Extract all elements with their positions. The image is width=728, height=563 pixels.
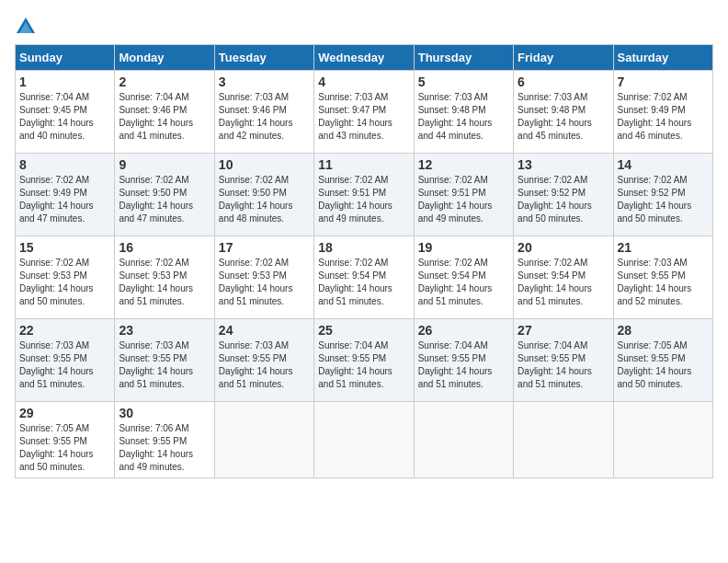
day-cell: 23Sunrise: 7:03 AMSunset: 9:55 PMDayligh… bbox=[115, 319, 214, 402]
day-cell: 2Sunrise: 7:04 AMSunset: 9:46 PMDaylight… bbox=[115, 71, 214, 154]
day-cell: 15Sunrise: 7:02 AMSunset: 9:53 PMDayligh… bbox=[16, 236, 115, 319]
day-number: 13 bbox=[518, 157, 609, 172]
day-cell bbox=[514, 402, 613, 478]
day-info: Sunrise: 7:03 AMSunset: 9:55 PMDaylight:… bbox=[19, 339, 110, 391]
header-cell-monday: Monday bbox=[115, 45, 214, 71]
day-cell: 11Sunrise: 7:02 AMSunset: 9:51 PMDayligh… bbox=[314, 154, 414, 236]
header-cell-friday: Friday bbox=[514, 45, 613, 71]
day-number: 27 bbox=[518, 323, 609, 338]
day-cell: 28Sunrise: 7:05 AMSunset: 9:55 PMDayligh… bbox=[613, 319, 712, 402]
header-cell-thursday: Thursday bbox=[414, 45, 513, 71]
day-info: Sunrise: 7:02 AMSunset: 9:50 PMDaylight:… bbox=[119, 174, 210, 225]
day-cell: 4Sunrise: 7:03 AMSunset: 9:47 PMDaylight… bbox=[314, 71, 414, 154]
day-number: 25 bbox=[318, 323, 409, 338]
header bbox=[15, 15, 713, 37]
day-info: Sunrise: 7:06 AMSunset: 9:55 PMDaylight:… bbox=[119, 422, 210, 474]
day-cell: 14Sunrise: 7:02 AMSunset: 9:52 PMDayligh… bbox=[613, 154, 712, 236]
day-number: 5 bbox=[418, 75, 509, 89]
day-info: Sunrise: 7:02 AMSunset: 9:51 PMDaylight:… bbox=[418, 174, 509, 225]
day-cell bbox=[214, 402, 313, 478]
day-info: Sunrise: 7:02 AMSunset: 9:49 PMDaylight:… bbox=[19, 174, 110, 225]
day-cell: 5Sunrise: 7:03 AMSunset: 9:48 PMDaylight… bbox=[414, 71, 513, 154]
day-cell bbox=[414, 402, 513, 478]
header-cell-tuesday: Tuesday bbox=[214, 45, 313, 71]
day-info: Sunrise: 7:02 AMSunset: 9:53 PMDaylight:… bbox=[219, 257, 310, 308]
day-info: Sunrise: 7:03 AMSunset: 9:55 PMDaylight:… bbox=[219, 339, 310, 391]
day-cell: 6Sunrise: 7:03 AMSunset: 9:48 PMDaylight… bbox=[514, 71, 613, 154]
day-number: 10 bbox=[219, 157, 310, 172]
day-number: 1 bbox=[19, 75, 110, 89]
day-cell bbox=[314, 402, 414, 478]
day-info: Sunrise: 7:04 AMSunset: 9:55 PMDaylight:… bbox=[418, 339, 509, 391]
calendar-table: SundayMondayTuesdayWednesdayThursdayFrid… bbox=[15, 44, 713, 478]
day-cell: 17Sunrise: 7:02 AMSunset: 9:53 PMDayligh… bbox=[214, 236, 313, 319]
day-number: 6 bbox=[518, 75, 609, 89]
day-info: Sunrise: 7:02 AMSunset: 9:54 PMDaylight:… bbox=[518, 257, 609, 308]
day-number: 17 bbox=[219, 240, 310, 255]
day-info: Sunrise: 7:05 AMSunset: 9:55 PMDaylight:… bbox=[618, 339, 709, 391]
day-cell: 24Sunrise: 7:03 AMSunset: 9:55 PMDayligh… bbox=[214, 319, 313, 402]
day-info: Sunrise: 7:03 AMSunset: 9:47 PMDaylight:… bbox=[318, 91, 409, 143]
day-info: Sunrise: 7:05 AMSunset: 9:55 PMDaylight:… bbox=[19, 422, 110, 474]
day-cell: 20Sunrise: 7:02 AMSunset: 9:54 PMDayligh… bbox=[514, 236, 613, 319]
header-cell-wednesday: Wednesday bbox=[314, 45, 414, 71]
day-info: Sunrise: 7:03 AMSunset: 9:55 PMDaylight:… bbox=[119, 339, 210, 391]
day-cell: 7Sunrise: 7:02 AMSunset: 9:49 PMDaylight… bbox=[613, 71, 712, 154]
day-cell: 30Sunrise: 7:06 AMSunset: 9:55 PMDayligh… bbox=[115, 402, 214, 478]
day-number: 8 bbox=[19, 157, 110, 172]
day-number: 26 bbox=[418, 323, 509, 338]
week-row-2: 8Sunrise: 7:02 AMSunset: 9:49 PMDaylight… bbox=[16, 154, 713, 236]
day-cell: 25Sunrise: 7:04 AMSunset: 9:55 PMDayligh… bbox=[314, 319, 414, 402]
logo-icon bbox=[15, 15, 37, 37]
day-cell: 1Sunrise: 7:04 AMSunset: 9:45 PMDaylight… bbox=[16, 71, 115, 154]
day-info: Sunrise: 7:02 AMSunset: 9:51 PMDaylight:… bbox=[318, 174, 409, 225]
day-cell: 27Sunrise: 7:04 AMSunset: 9:55 PMDayligh… bbox=[514, 319, 613, 402]
day-number: 29 bbox=[19, 406, 110, 420]
day-cell: 10Sunrise: 7:02 AMSunset: 9:50 PMDayligh… bbox=[214, 154, 313, 236]
day-info: Sunrise: 7:03 AMSunset: 9:48 PMDaylight:… bbox=[518, 91, 609, 143]
day-cell: 9Sunrise: 7:02 AMSunset: 9:50 PMDaylight… bbox=[115, 154, 214, 236]
week-row-4: 22Sunrise: 7:03 AMSunset: 9:55 PMDayligh… bbox=[16, 319, 713, 402]
header-cell-saturday: Saturday bbox=[613, 45, 712, 71]
week-row-5: 29Sunrise: 7:05 AMSunset: 9:55 PMDayligh… bbox=[16, 402, 713, 478]
day-cell: 22Sunrise: 7:03 AMSunset: 9:55 PMDayligh… bbox=[16, 319, 115, 402]
day-info: Sunrise: 7:02 AMSunset: 9:50 PMDaylight:… bbox=[219, 174, 310, 225]
day-info: Sunrise: 7:02 AMSunset: 9:53 PMDaylight:… bbox=[19, 257, 110, 308]
day-cell: 13Sunrise: 7:02 AMSunset: 9:52 PMDayligh… bbox=[514, 154, 613, 236]
day-number: 14 bbox=[618, 157, 709, 172]
day-cell: 16Sunrise: 7:02 AMSunset: 9:53 PMDayligh… bbox=[115, 236, 214, 319]
day-info: Sunrise: 7:04 AMSunset: 9:45 PMDaylight:… bbox=[19, 91, 110, 143]
day-info: Sunrise: 7:02 AMSunset: 9:49 PMDaylight:… bbox=[618, 91, 709, 143]
day-number: 11 bbox=[318, 157, 409, 172]
day-info: Sunrise: 7:02 AMSunset: 9:53 PMDaylight:… bbox=[119, 257, 210, 308]
day-number: 22 bbox=[19, 323, 110, 338]
day-number: 3 bbox=[219, 75, 310, 89]
day-info: Sunrise: 7:04 AMSunset: 9:46 PMDaylight:… bbox=[119, 91, 210, 143]
header-row: SundayMondayTuesdayWednesdayThursdayFrid… bbox=[16, 45, 713, 71]
day-number: 28 bbox=[618, 323, 709, 338]
day-cell: 18Sunrise: 7:02 AMSunset: 9:54 PMDayligh… bbox=[314, 236, 414, 319]
day-number: 15 bbox=[19, 240, 110, 255]
day-number: 4 bbox=[318, 75, 409, 89]
day-cell: 26Sunrise: 7:04 AMSunset: 9:55 PMDayligh… bbox=[414, 319, 513, 402]
day-info: Sunrise: 7:02 AMSunset: 9:52 PMDaylight:… bbox=[618, 174, 709, 225]
day-cell: 21Sunrise: 7:03 AMSunset: 9:55 PMDayligh… bbox=[613, 236, 712, 319]
day-info: Sunrise: 7:04 AMSunset: 9:55 PMDaylight:… bbox=[518, 339, 609, 391]
day-number: 20 bbox=[518, 240, 609, 255]
day-number: 16 bbox=[119, 240, 210, 255]
logo bbox=[15, 15, 40, 37]
day-number: 9 bbox=[119, 157, 210, 172]
day-info: Sunrise: 7:02 AMSunset: 9:54 PMDaylight:… bbox=[318, 257, 409, 308]
week-row-3: 15Sunrise: 7:02 AMSunset: 9:53 PMDayligh… bbox=[16, 236, 713, 319]
day-info: Sunrise: 7:04 AMSunset: 9:55 PMDaylight:… bbox=[318, 339, 409, 391]
day-cell: 12Sunrise: 7:02 AMSunset: 9:51 PMDayligh… bbox=[414, 154, 513, 236]
day-cell: 19Sunrise: 7:02 AMSunset: 9:54 PMDayligh… bbox=[414, 236, 513, 319]
day-number: 23 bbox=[119, 323, 210, 338]
day-number: 7 bbox=[618, 75, 709, 89]
day-info: Sunrise: 7:02 AMSunset: 9:52 PMDaylight:… bbox=[518, 174, 609, 225]
day-cell bbox=[613, 402, 712, 478]
day-number: 21 bbox=[618, 240, 709, 255]
header-cell-sunday: Sunday bbox=[16, 45, 115, 71]
day-number: 19 bbox=[418, 240, 509, 255]
day-cell: 29Sunrise: 7:05 AMSunset: 9:55 PMDayligh… bbox=[16, 402, 115, 478]
